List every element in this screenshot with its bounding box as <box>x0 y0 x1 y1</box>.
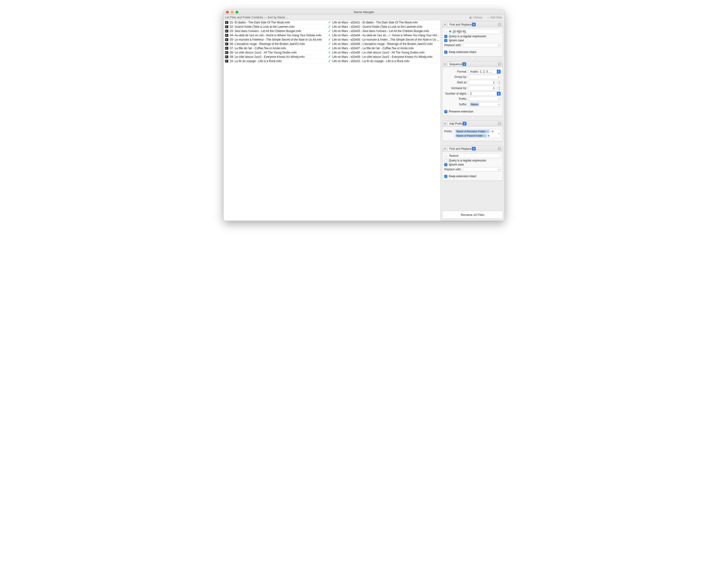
file-row[interactable]: 10- La fin du voyage - Life is a Rock.m4… <box>224 59 440 63</box>
ancestor-folder-token[interactable]: Name of Ancestor Folder⌄ <box>455 130 489 133</box>
group-by-input[interactable]: + <box>468 75 501 79</box>
remove-step-button[interactable]: ✕ <box>498 62 501 66</box>
remove-step-button[interactable]: ✕ <box>498 122 501 125</box>
checkmark-icon: ✓ <box>328 21 331 24</box>
steps-sidebar: ▼ Find and Replace ✕ ([0-9][0-9]) Query … <box>441 20 504 221</box>
digits-select[interactable]: 2 <box>468 91 501 96</box>
increase-by-input[interactable]: 1 <box>468 86 496 91</box>
find-query-input[interactable]: ([0-9][0-9]) <box>444 29 501 34</box>
file-row[interactable]: 09- Le côté obscur 2sur2 - Everyone Know… <box>224 55 440 59</box>
history-button[interactable]: ▮▯ History <box>470 16 482 19</box>
insert-token-button[interactable]: + <box>498 43 500 47</box>
name-token[interactable]: Name <box>470 103 479 106</box>
checkmark-icon: ✓ <box>328 55 331 59</box>
video-file-icon <box>225 43 228 45</box>
ignore-case-checkbox[interactable]: Ignore case <box>444 39 501 42</box>
file-row[interactable]: 05- Le monstre à l'intérieur - The Simpl… <box>224 37 440 42</box>
toolbar: List Files and Folder Contents — Sort by… <box>224 15 504 20</box>
history-icon: ▮▯ <box>470 16 472 19</box>
original-name: 02- Guerre froide (Take a Look at the La… <box>230 25 294 28</box>
plus-icon: ＋ <box>487 16 489 19</box>
new-name: Life on Mars - s02e04 - Au-delà de l'arc… <box>332 34 440 37</box>
file-row[interactable]: 07- La fille de l'air - Coffee,Tea or An… <box>224 46 440 50</box>
step-connector <box>442 117 503 119</box>
step-find-replace-2: ▼ Find and Replace ✕ Season Query is a r… <box>442 146 503 181</box>
start-at-input[interactable]: 1 <box>468 80 496 85</box>
original-name: 09- Le côté obscur 2sur2 - Everyone Know… <box>230 55 305 59</box>
step-find-replace-1: ▼ Find and Replace ✕ ([0-9][0-9]) Query … <box>442 21 503 57</box>
regex-checkbox[interactable]: Query is a regular expression <box>444 35 501 38</box>
regex-checkbox[interactable]: Query is a regular expression <box>444 159 501 162</box>
sort-mode-dropdown[interactable]: List Files and Folder Contents — Sort by… <box>224 16 288 19</box>
new-name: Life on Mars - s02e02 - Guerre froide (T… <box>332 25 423 28</box>
increase-by-stepper[interactable]: ▲▼ <box>498 86 501 91</box>
step-add-prefix: ▼ Add Prefix ✕ Prefix: Name of Ancestor … <box>442 121 503 141</box>
seq-prefix-input[interactable]: + <box>468 97 501 101</box>
app-window: Name Mangler List Files and Folder Conte… <box>224 10 504 221</box>
format-select[interactable]: Arabic: 1, 2, 3, … <box>468 70 501 74</box>
history-label: History <box>473 16 482 19</box>
video-file-icon <box>225 21 228 24</box>
regex-valid-indicator <box>449 30 451 32</box>
keep-extension-checkbox[interactable]: Keep extension intact <box>444 175 501 178</box>
replace-with-input[interactable]: + <box>463 167 501 171</box>
checkmark-icon: ✓ <box>328 51 331 54</box>
new-name: Life on Mars - s02e01 - El diablo - The … <box>332 21 418 24</box>
video-file-icon <box>225 38 228 41</box>
window-title: Name Mangler <box>224 10 504 14</box>
video-file-icon <box>225 60 228 63</box>
file-list[interactable]: 01- El diablo - The Dark Side Of The Moo… <box>224 20 441 221</box>
seq-suffix-input[interactable]: Name+ <box>468 102 501 107</box>
sort-mode-label: List Files and Folder Contents — Sort by… <box>225 16 285 19</box>
step-type-select[interactable]: Sequence <box>448 62 466 66</box>
video-file-icon <box>225 47 228 50</box>
replace-with-label: Replace with: <box>444 43 461 47</box>
original-name: 06- L'escadron rouge - Revenge of the Br… <box>230 42 305 46</box>
checkmark-icon: ✓ <box>328 25 331 28</box>
original-name: 04- Au-delà de l'arc en ciel - Home is W… <box>230 34 321 37</box>
original-name: 10- La fin du voyage - Life is a Rock.m4… <box>230 59 282 63</box>
disclosure-triangle-icon[interactable]: ▼ <box>444 63 446 65</box>
new-name: Life on Mars - s02e09 - Le côté obscur 2… <box>332 55 433 59</box>
step-type-select[interactable]: Find and Replace <box>448 147 476 150</box>
start-at-stepper[interactable]: ▲▼ <box>498 80 501 85</box>
replace-with-input[interactable]: + <box>463 43 501 47</box>
video-file-icon <box>225 30 228 32</box>
add-prefix-input[interactable]: Name of Ancestor Folder⌄ - s Name of Par… <box>454 129 501 138</box>
find-query-input[interactable]: Season <box>444 153 501 158</box>
file-row[interactable]: 04- Au-delà de l'arc en ciel - Home is W… <box>224 33 440 37</box>
step-sequence: ▼ Sequence ✕ Format: Arabic: 1, 2, 3, … … <box>442 61 503 116</box>
disclosure-triangle-icon[interactable]: ▼ <box>444 23 446 26</box>
disclosure-triangle-icon[interactable]: ▼ <box>444 147 446 150</box>
file-row[interactable]: 02- Guerre froide (Take a Look at the La… <box>224 25 440 29</box>
ignore-case-checkbox[interactable]: Ignore case <box>444 163 501 166</box>
checkmark-icon: ✓ <box>328 38 331 41</box>
parent-folder-token[interactable]: Name of Parent Folder⌄ <box>455 134 487 137</box>
file-row[interactable]: 01- El diablo - The Dark Side Of The Moo… <box>224 20 440 25</box>
original-name: 07- La fille de l'air - Coffee,Tea or An… <box>230 47 286 50</box>
preserve-extension-checkbox[interactable]: Preserve extension <box>444 110 501 113</box>
new-name: Life on Mars - s02e05 - Le monstre à l'i… <box>332 38 440 41</box>
keep-extension-checkbox[interactable]: Keep extension intact <box>444 50 501 54</box>
file-row[interactable]: 06- L'escadron rouge - Revenge of the Br… <box>224 42 440 46</box>
checkmark-icon: ✓ <box>328 42 331 46</box>
video-file-icon <box>225 34 228 37</box>
step-connector <box>442 142 503 144</box>
original-name: 01- El diablo - The Dark Side Of The Moo… <box>230 21 290 24</box>
new-name: Life on Mars - s02e10 - La fin du voyage… <box>332 59 410 63</box>
chevron-down-icon: ⌄ <box>286 16 288 19</box>
checkmark-icon: ✓ <box>328 33 331 37</box>
remove-step-button[interactable]: ✕ <box>498 23 501 26</box>
video-file-icon <box>225 25 228 28</box>
file-row[interactable]: 08- Le côté obscur 1sur2 - All The Young… <box>224 50 440 55</box>
step-type-select[interactable]: Find and Replace <box>448 23 476 26</box>
add-step-button[interactable]: ＋ Add Step <box>487 16 502 19</box>
new-name: Life on Mars - s02e03 - Seul dans l'univ… <box>332 29 429 33</box>
remove-step-button[interactable]: ✕ <box>498 147 501 150</box>
step-type-select[interactable]: Add Prefix <box>448 122 466 125</box>
rename-button[interactable]: Rename 10 Files <box>442 211 503 219</box>
disclosure-triangle-icon[interactable]: ▼ <box>444 122 446 125</box>
new-name: Life on Mars - s02e06 - L'escadron rouge… <box>332 42 433 46</box>
file-row[interactable]: 03- Seul dans l'univers - Let All the Ch… <box>224 29 440 33</box>
add-step-label: Add Step <box>490 16 502 19</box>
